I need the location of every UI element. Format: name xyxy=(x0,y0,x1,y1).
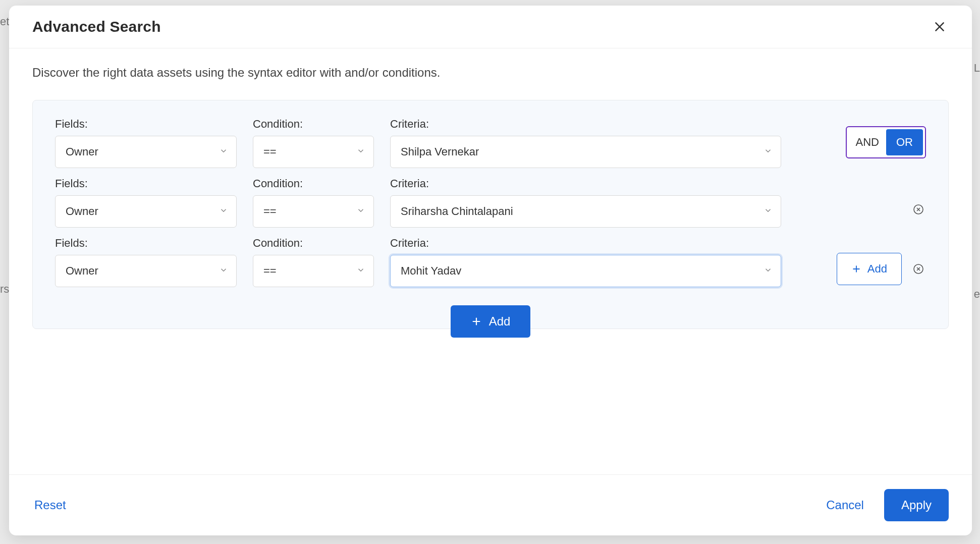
rules-container: Fields: Owner Condition: == Criteria: xyxy=(32,100,949,329)
criteria-label: Criteria: xyxy=(390,237,781,250)
logic-and-button[interactable]: AND xyxy=(849,129,884,155)
fields-label: Fields: xyxy=(55,118,237,131)
add-condition-label: Add xyxy=(867,262,887,276)
rule-row: Fields: Owner Condition: == Criteria: xyxy=(55,237,926,287)
criteria-select-value: Shilpa Vernekar xyxy=(401,145,479,158)
plus-icon xyxy=(851,264,861,274)
condition-label: Condition: xyxy=(253,177,374,190)
fields-select[interactable]: Owner xyxy=(55,255,237,287)
criteria-select[interactable]: Shilpa Vernekar xyxy=(390,136,781,168)
fields-select-value: Owner xyxy=(66,145,98,158)
modal-body: Discover the right data assets using the… xyxy=(9,48,972,474)
condition-select-value: == xyxy=(263,205,277,218)
background-text: rs xyxy=(0,283,9,296)
background-text: L xyxy=(974,62,980,75)
fields-select-value: Owner xyxy=(66,264,98,278)
chevron-down-icon xyxy=(356,264,365,278)
criteria-select-value: Sriharsha Chintalapani xyxy=(401,205,513,218)
close-button[interactable] xyxy=(931,18,949,36)
reset-button[interactable]: Reset xyxy=(32,494,68,516)
criteria-label: Criteria: xyxy=(390,177,781,190)
condition-label: Condition: xyxy=(253,237,374,250)
logic-or-button[interactable]: OR xyxy=(886,129,923,155)
rule-row: Fields: Owner Condition: == Criteria: xyxy=(55,118,926,168)
rule-row: Fields: Owner Condition: == Criteria: xyxy=(55,177,926,228)
fields-select-value: Owner xyxy=(66,205,98,218)
cancel-button[interactable]: Cancel xyxy=(824,494,866,516)
modal-subtitle: Discover the right data assets using the… xyxy=(32,66,949,80)
modal-header: Advanced Search xyxy=(9,6,972,48)
modal-footer: Reset Cancel Apply xyxy=(9,474,972,535)
condition-label: Condition: xyxy=(253,118,374,131)
background-text: e xyxy=(974,288,980,301)
chevron-down-icon xyxy=(764,205,773,218)
condition-select[interactable]: == xyxy=(253,195,374,228)
fields-label: Fields: xyxy=(55,237,237,250)
criteria-select[interactable]: Mohit Yadav xyxy=(390,255,781,287)
add-condition-button[interactable]: Add xyxy=(837,253,902,285)
condition-select-value: == xyxy=(263,264,277,278)
apply-button[interactable]: Apply xyxy=(884,489,949,521)
circle-x-icon xyxy=(912,263,924,275)
chevron-down-icon xyxy=(356,205,365,218)
fields-select[interactable]: Owner xyxy=(55,195,237,228)
condition-select-value: == xyxy=(263,145,277,158)
criteria-label: Criteria: xyxy=(390,118,781,131)
condition-select[interactable]: == xyxy=(253,136,374,168)
plus-icon xyxy=(471,316,482,327)
logic-toggle: AND OR xyxy=(846,126,926,158)
chevron-down-icon xyxy=(764,145,773,158)
add-group-label: Add xyxy=(489,314,511,329)
remove-row-button[interactable] xyxy=(911,202,926,217)
fields-label: Fields: xyxy=(55,177,237,190)
close-icon xyxy=(933,20,946,33)
advanced-search-modal: Advanced Search Discover the right data … xyxy=(9,6,972,535)
criteria-select[interactable]: Sriharsha Chintalapani xyxy=(390,195,781,228)
chevron-down-icon xyxy=(356,145,365,158)
chevron-down-icon xyxy=(764,264,773,278)
criteria-select-value: Mohit Yadav xyxy=(401,264,461,278)
chevron-down-icon xyxy=(219,205,228,218)
circle-x-icon xyxy=(912,203,924,215)
fields-select[interactable]: Owner xyxy=(55,136,237,168)
remove-row-button[interactable] xyxy=(911,261,926,277)
modal-title: Advanced Search xyxy=(32,18,161,35)
chevron-down-icon xyxy=(219,264,228,278)
add-group-button[interactable]: Add xyxy=(451,305,531,338)
background-text: et xyxy=(0,15,9,28)
chevron-down-icon xyxy=(219,145,228,158)
condition-select[interactable]: == xyxy=(253,255,374,287)
